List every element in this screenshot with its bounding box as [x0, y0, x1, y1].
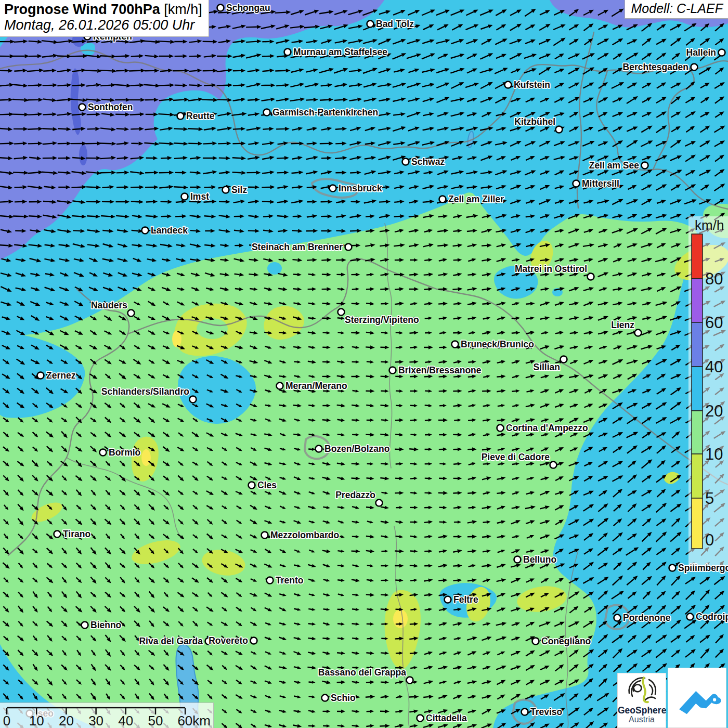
legend-segment-0	[692, 498, 703, 549]
city: Feltre	[445, 594, 478, 605]
wind-map-canvas: SchongauBad TölzKemptenMurnau am Staffel…	[0, 0, 728, 728]
city-marker	[249, 482, 255, 489]
scale-label: 10	[29, 713, 44, 728]
city: Brixen/Bressanone	[389, 365, 482, 375]
city-label: Steinach am Brenner	[252, 242, 343, 252]
city: Cortina d'Ampezzo	[497, 423, 588, 433]
legend-tick-label: 5	[705, 489, 714, 508]
city-marker	[223, 187, 229, 193]
city-marker	[338, 309, 345, 316]
city-label: Reutte	[186, 111, 215, 121]
city-marker	[367, 21, 374, 28]
legend-segment-60	[692, 279, 703, 322]
city: Riva del Garda	[139, 636, 212, 646]
map-scale-bar: 0102030405060km	[0, 703, 214, 728]
legend-tick-label: 80	[705, 270, 723, 288]
city: Mezzolombardo	[262, 530, 340, 540]
city-marker	[376, 500, 383, 506]
city-label: Treviso	[530, 707, 562, 717]
city-label: Innsbruck	[339, 183, 382, 193]
city-label: Conegliano	[541, 636, 591, 646]
model-name: Modell: C-LAEF	[631, 1, 723, 16]
city-label: Sonthofen	[88, 102, 133, 112]
city-marker	[142, 227, 149, 234]
city-label: Bruneck/Brunico	[461, 339, 534, 349]
city-label: Cles	[257, 480, 277, 490]
city: Berchtesgaden	[623, 62, 698, 72]
city-label: Predazzo	[335, 490, 375, 500]
title-parameter: Prognose Wind 700hPa	[4, 2, 160, 17]
city: Schio	[322, 693, 356, 703]
city-marker	[687, 614, 694, 620]
city: Cles	[249, 480, 277, 490]
city-marker	[514, 556, 521, 563]
city-label: Trento	[276, 575, 303, 586]
city-label: Sterzing/Vipiteno	[345, 315, 419, 325]
city-marker	[330, 185, 336, 192]
partner-logo	[668, 668, 726, 728]
city-marker	[635, 330, 642, 336]
scale-label: 60km	[177, 713, 211, 728]
city-label: Schongau	[226, 3, 270, 13]
city-label: Schlanders/Silandro	[101, 386, 189, 397]
page-title: Prognose Wind 700hPa [km/h]	[4, 2, 202, 17]
city: Meran/Merano	[277, 381, 347, 391]
city-label: Imst	[190, 191, 209, 202]
city-label: Cortina d'Ampezzo	[506, 423, 588, 433]
city-label: Silz	[231, 185, 247, 195]
city-marker	[614, 615, 621, 621]
legend-tick-label: 10	[705, 445, 723, 463]
scale-label: 20	[59, 713, 74, 728]
city-marker	[588, 274, 594, 280]
valid-time-label: Montag, 26.01.2026 05:00 Uhr	[4, 17, 202, 33]
city: Conegliano	[532, 636, 591, 646]
city-label: Pordenone	[623, 613, 671, 623]
city: Imst	[181, 191, 210, 202]
city-marker	[262, 532, 268, 539]
city-marker	[345, 244, 352, 251]
city-marker	[691, 64, 698, 71]
city-marker	[79, 104, 86, 111]
city-marker	[669, 565, 676, 571]
city-marker	[82, 622, 88, 629]
city-label: Mezzolombardo	[270, 530, 339, 540]
city-marker	[573, 180, 580, 187]
city-label: Hallein	[686, 47, 716, 58]
city-marker	[54, 531, 61, 538]
city-marker	[284, 49, 291, 56]
city-label: Sillian	[533, 362, 560, 372]
model-label-box: Modell: C-LAEF	[625, 0, 728, 19]
city-label: Belluno	[523, 554, 556, 565]
geosphere-logo-icon	[625, 673, 658, 705]
city: Steinach am Brenner	[252, 242, 352, 252]
scale-label: 50	[148, 713, 163, 728]
city-marker	[389, 367, 396, 374]
city-label: Meran/Merano	[285, 381, 347, 391]
mountain-cloud-icon	[673, 674, 721, 722]
city-label: Pieve di Cadore	[482, 452, 550, 462]
legend-tick-label: 60	[705, 314, 723, 332]
city: Bruneck/Brunico	[452, 339, 535, 349]
city-marker	[267, 577, 274, 584]
city: Murnau am Staffelsee	[284, 47, 388, 57]
city-label: Kufstein	[514, 80, 550, 90]
geosphere-logo: GeoSphere Austria	[617, 673, 666, 728]
scale-label: 30	[88, 713, 103, 728]
city-marker	[439, 196, 446, 203]
scale-bar-graphic: 0102030405060km	[0, 703, 213, 728]
city-label: Codroipo	[696, 612, 728, 622]
legend-segment-40	[692, 322, 703, 367]
city-marker	[177, 113, 184, 120]
city-label: Garmisch-Partenkirchen	[272, 107, 378, 118]
city-marker	[37, 372, 44, 379]
city-label: Berchtesgaden	[623, 62, 688, 72]
city-label: Zernez	[46, 370, 76, 381]
city-label: Schwaz	[411, 157, 445, 167]
city-label: Bormio	[109, 447, 140, 458]
city-marker	[505, 82, 512, 88]
legend-segment-20	[692, 367, 703, 411]
geosphere-wordmark: GeoSphere	[618, 706, 666, 715]
city-marker	[251, 638, 257, 644]
city-label: Zell am See	[589, 160, 640, 171]
city-label: Bozen/Bolzano	[324, 444, 389, 454]
